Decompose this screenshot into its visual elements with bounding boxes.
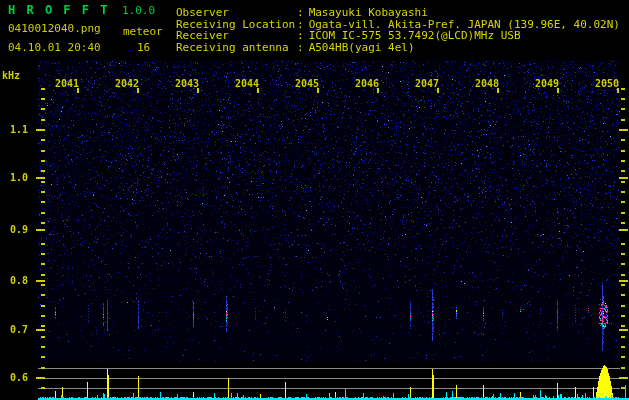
- freq-tick-label: 0.9: [1, 224, 28, 235]
- echo-count-value: 16: [137, 42, 150, 54]
- info-row: Receiving Location:Ogata-vill. Akita-Pre…: [176, 18, 620, 30]
- info-row: Receiver:ICOM IC-575 53.7492(@LCD)MHz US…: [176, 29, 620, 41]
- time-tick-label: 2049: [529, 78, 559, 89]
- app-version: 1.0.0: [122, 5, 155, 17]
- khz-unit-label: kHz: [2, 70, 20, 81]
- observation-datetime: 04.10.01 20:40: [8, 42, 101, 54]
- time-tick-label: 2050: [589, 78, 619, 89]
- app-title: H R O F F T: [8, 4, 109, 17]
- time-tick-label: 2043: [169, 78, 199, 89]
- station-info: Observer:Masayuki Kobayashi Receiving Lo…: [176, 6, 620, 52]
- info-row: Receiving antenna:A504HB(yagi 4el): [176, 41, 620, 53]
- time-tick-label: 2041: [49, 78, 79, 89]
- info-label: Receiving antenna: [176, 41, 297, 54]
- freq-tick-label: 0.8: [1, 275, 28, 286]
- hrofft-output-screen: H R O F F T 1.0.0 0410012040.png meteor …: [0, 0, 629, 400]
- info-colon: :: [297, 41, 304, 54]
- output-filename: 0410012040.png: [8, 23, 101, 35]
- time-tick-label: 2042: [109, 78, 139, 89]
- time-tick-label: 2046: [349, 78, 379, 89]
- info-value: A504HB(yagi 4el): [309, 41, 415, 54]
- mode-label: meteor: [123, 26, 163, 38]
- time-tick-label: 2048: [469, 78, 499, 89]
- info-row: Observer:Masayuki Kobayashi: [176, 6, 620, 18]
- time-tick-label: 2044: [229, 78, 259, 89]
- freq-tick-label: 0.6: [1, 372, 28, 383]
- time-tick-label: 2047: [409, 78, 439, 89]
- freq-tick-label: 1.0: [1, 172, 28, 183]
- freq-tick-label: 0.7: [1, 324, 28, 335]
- spectrogram-canvas: [0, 0, 629, 400]
- freq-tick-label: 1.1: [1, 124, 28, 135]
- time-tick-label: 2045: [289, 78, 319, 89]
